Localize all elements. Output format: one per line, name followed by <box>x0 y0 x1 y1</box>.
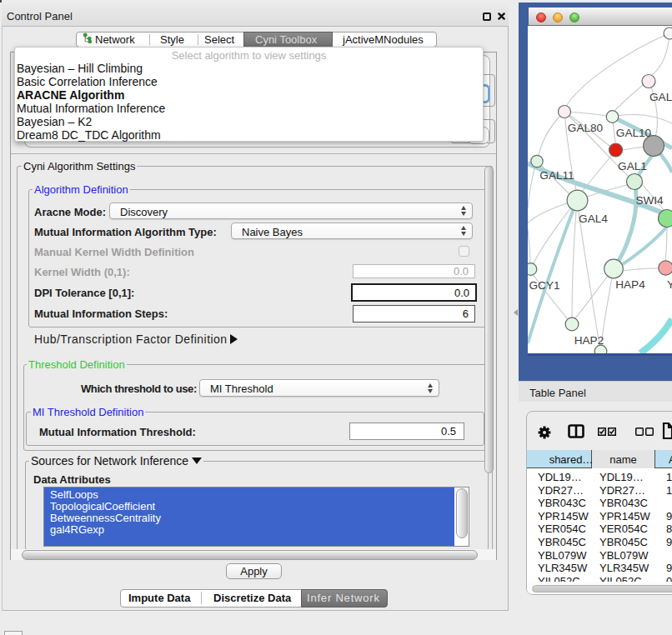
svg-text:GAL1: GAL1 <box>618 160 647 172</box>
svg-text:SWI4: SWI4 <box>635 194 664 207</box>
svg-text:GCY1: GCY1 <box>529 279 559 292</box>
svg-text:GAL2: GAL2 <box>649 91 672 103</box>
svg-text:GAL10: GAL10 <box>616 127 652 139</box>
svg-text:GAL4: GAL4 <box>579 212 608 225</box>
svg-text:HAP2: HAP2 <box>574 334 604 347</box>
svg-text:GAL80: GAL80 <box>568 122 604 134</box>
svg-text:Y: Y <box>667 278 672 291</box>
svg-text:GAL11: GAL11 <box>539 169 574 182</box>
svg-text:HAP4: HAP4 <box>615 278 645 291</box>
